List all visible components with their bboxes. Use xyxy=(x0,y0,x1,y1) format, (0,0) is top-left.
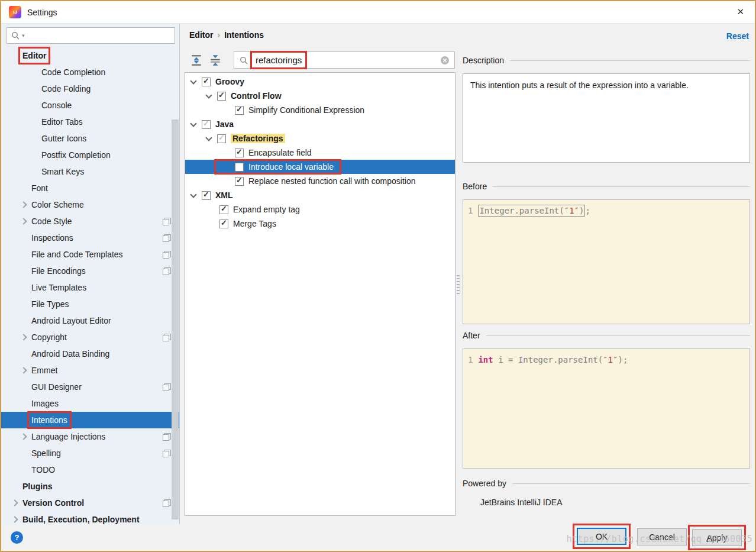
sidebar-item-label: Gutter Icons xyxy=(41,134,86,143)
chevron-down-icon[interactable] xyxy=(205,92,212,98)
tree-item-java[interactable]: Java xyxy=(185,117,455,131)
chevron-right-icon[interactable] xyxy=(20,334,27,340)
tree-item-introduce-local-variable[interactable]: Introduce local variable xyxy=(185,160,455,174)
sidebar-item-smart-keys[interactable]: Smart Keys xyxy=(1,163,179,180)
tree-item-simplify-conditional-expression[interactable]: Simplify Conditional Expression xyxy=(185,103,455,117)
sidebar-item-language-injections[interactable]: Language Injections xyxy=(1,428,179,445)
checkbox[interactable] xyxy=(217,134,226,143)
sidebar-item-label: File Types xyxy=(31,299,69,309)
sidebar-item-gutter-icons[interactable]: Gutter Icons xyxy=(1,130,179,147)
apply-button[interactable]: Apply xyxy=(692,529,742,546)
tree-item-xml[interactable]: XML xyxy=(185,188,455,202)
sidebar-item-copyright[interactable]: Copyright xyxy=(1,329,179,346)
cancel-button[interactable]: Cancel xyxy=(637,528,687,545)
sidebar-item-code-folding[interactable]: Code Folding xyxy=(1,80,179,97)
sidebar-item-code-style[interactable]: Code Style xyxy=(1,213,179,230)
checkbox[interactable] xyxy=(235,149,244,157)
sidebar-item-label: Color Scheme xyxy=(31,200,84,209)
tree-item-label: Replace nested function call with compos… xyxy=(248,176,416,186)
checkbox[interactable] xyxy=(217,92,226,101)
tree-item-label: XML xyxy=(215,191,233,200)
tree-item-encapsulate-field[interactable]: Encapsulate field xyxy=(185,146,455,160)
search-options-chevron-icon[interactable]: ▾ xyxy=(22,33,25,38)
sidebar-item-color-scheme[interactable]: Color Scheme xyxy=(1,196,179,213)
expand-all-icon[interactable] xyxy=(190,54,203,67)
sidebar-item-code-completion[interactable]: Code Completion xyxy=(1,64,179,80)
clear-icon[interactable] xyxy=(440,56,450,65)
sidebar-item-images[interactable]: Images xyxy=(1,395,179,412)
sidebar-item-file-types[interactable]: File Types xyxy=(1,296,179,312)
sidebar-item-console[interactable]: Console xyxy=(1,97,179,114)
tree-item-control-flow[interactable]: Control Flow xyxy=(185,89,455,103)
intellij-logo-icon xyxy=(9,6,21,18)
chevron-right-icon[interactable] xyxy=(20,433,27,440)
breadcrumb-separator: › xyxy=(217,30,220,40)
settings-search-input[interactable]: ▾ xyxy=(6,27,175,44)
collapse-all-icon[interactable] xyxy=(209,54,222,67)
tree-item-expand-empty-tag[interactable]: Expand empty tag xyxy=(185,202,455,217)
sidebar-item-emmet[interactable]: Emmet xyxy=(1,362,179,379)
sidebar-item-plugins[interactable]: Plugins xyxy=(1,478,179,495)
reset-link[interactable]: Reset xyxy=(726,31,749,41)
tree-item-refactorings[interactable]: Refactorings xyxy=(185,131,455,146)
sidebar-item-inspections[interactable]: Inspections xyxy=(1,230,179,246)
checkbox[interactable] xyxy=(202,191,211,200)
checkbox[interactable] xyxy=(235,177,244,186)
checkbox[interactable] xyxy=(202,78,211,86)
sidebar-item-editor-tabs[interactable]: Editor Tabs xyxy=(1,114,179,130)
description-box: This intention puts a result of the expr… xyxy=(463,73,750,163)
checkbox[interactable] xyxy=(235,163,244,172)
sidebar-item-label: Version Control xyxy=(22,498,84,508)
chevron-down-icon[interactable] xyxy=(205,134,212,141)
sidebar-scrollbar[interactable] xyxy=(172,120,179,519)
sidebar-item-live-templates[interactable]: Live Templates xyxy=(1,279,179,296)
tree-item-label: Refactorings xyxy=(231,134,285,143)
sidebar-item-label: Console xyxy=(41,101,72,110)
intentions-search-field[interactable]: refactorings xyxy=(234,51,455,69)
breadcrumb-intentions: Intentions xyxy=(224,30,264,40)
sidebar-item-build-execution-deployment[interactable]: Build, Execution, Deployment xyxy=(1,511,179,524)
sidebar-item-label: Build, Execution, Deployment xyxy=(22,515,140,524)
sidebar-item-android-layout-editor[interactable]: Android Layout Editor xyxy=(1,312,179,329)
sidebar-item-gui-designer[interactable]: GUI Designer xyxy=(1,379,179,395)
sidebar-item-file-and-code-templates[interactable]: File and Code Templates xyxy=(1,246,179,263)
sidebar-item-version-control[interactable]: Version Control xyxy=(1,495,179,511)
intentions-tree: GroovyControl FlowSimplify Conditional E… xyxy=(185,72,455,516)
chevron-right-icon[interactable] xyxy=(11,516,18,522)
sidebar-item-label: Code Folding xyxy=(41,84,91,93)
chevron-right-icon[interactable] xyxy=(20,201,27,208)
sidebar-item-todo[interactable]: TODO xyxy=(1,461,179,478)
sidebar-item-intentions[interactable]: Intentions xyxy=(1,412,179,428)
ok-button[interactable]: OK xyxy=(577,528,626,545)
sidebar-item-label: Live Templates xyxy=(31,283,86,292)
tree-item-groovy[interactable]: Groovy xyxy=(185,75,455,89)
chevron-right-icon[interactable] xyxy=(20,367,27,373)
checkbox[interactable] xyxy=(202,120,211,129)
tree-item-replace-nested-function-call-with-composition[interactable]: Replace nested function call with compos… xyxy=(185,174,455,188)
sidebar-item-postfix-completion[interactable]: Postfix Completion xyxy=(1,147,179,163)
sidebar-item-spelling[interactable]: Spelling xyxy=(1,445,179,461)
chevron-down-icon[interactable] xyxy=(190,120,196,127)
chevron-down-icon[interactable] xyxy=(190,191,196,198)
checkbox[interactable] xyxy=(219,205,228,214)
sidebar-item-label: Plugins xyxy=(22,482,53,491)
search-query-text[interactable]: refactorings xyxy=(254,55,303,65)
sidebar-item-file-encodings[interactable]: File Encodings xyxy=(1,263,179,279)
help-button[interactable]: ? xyxy=(11,531,23,544)
section-rule xyxy=(486,335,750,336)
sidebar-item-editor[interactable]: Editor xyxy=(1,47,179,64)
chevron-right-icon[interactable] xyxy=(11,499,18,506)
tree-item-merge-tags[interactable]: Merge Tags xyxy=(185,217,455,231)
sidebar-item-label: Language Injections xyxy=(31,432,105,441)
close-icon[interactable]: ✕ xyxy=(736,7,744,17)
checkbox[interactable] xyxy=(219,219,228,228)
checkbox[interactable] xyxy=(235,106,244,115)
shared-settings-icon xyxy=(163,433,171,441)
sidebar-item-android-data-binding[interactable]: Android Data Binding xyxy=(1,346,179,362)
chevron-right-icon[interactable] xyxy=(20,218,27,224)
splitter-handle[interactable] xyxy=(457,275,460,294)
chevron-down-icon[interactable] xyxy=(190,78,196,84)
breadcrumb-editor[interactable]: Editor xyxy=(189,30,213,40)
ok-annotation-box: OK xyxy=(573,524,631,549)
sidebar-item-font[interactable]: Font xyxy=(1,180,179,196)
